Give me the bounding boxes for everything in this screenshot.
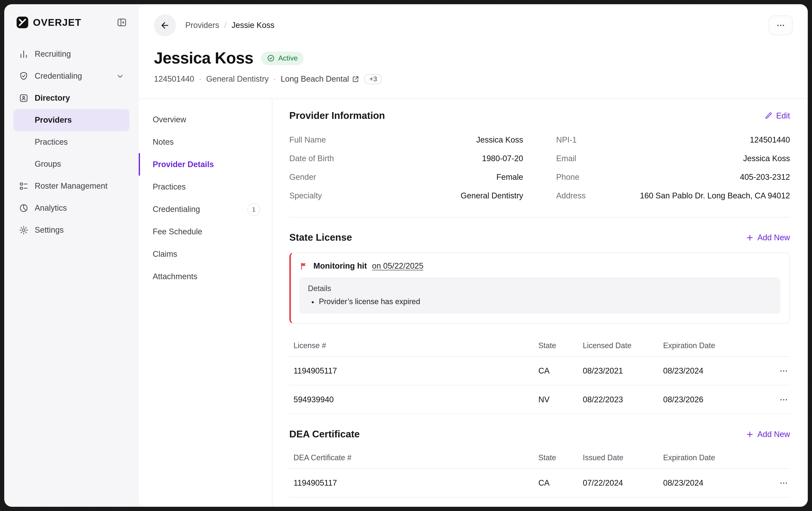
more-actions-button[interactable] — [769, 16, 792, 35]
details-item: Provider’s license has expired — [319, 297, 772, 306]
tab-credentialing[interactable]: Credentialing 1 — [139, 198, 272, 220]
alert-details-box: Details Provider’s license has expired — [299, 278, 780, 314]
sidebar-item-roster-management[interactable]: Roster Management — [13, 175, 129, 197]
column-header: State — [539, 341, 583, 350]
row-actions-button[interactable] — [765, 478, 790, 487]
sidebar-item-label: Providers — [35, 115, 72, 125]
row-actions-button[interactable] — [765, 366, 790, 375]
field-value: Jessica Koss — [743, 154, 790, 163]
field-value: 405-203-2312 — [740, 173, 790, 182]
sidebar-item-label: Settings — [35, 225, 64, 235]
alert-date-link[interactable]: on 05/22/2025 — [372, 261, 423, 271]
breadcrumb-separator: / — [224, 21, 227, 30]
sidebar-header: OVERJET — [13, 15, 129, 29]
field-label: Address — [556, 191, 585, 200]
fields-right-column: NPI-1 124501440 Email Jessica Koss Phone… — [556, 131, 790, 205]
field-value: 160 San Pablo Dr. Long Beach, CA 94012 — [640, 191, 790, 200]
tab-label: Claims — [153, 249, 177, 259]
breadcrumb-providers[interactable]: Providers — [185, 21, 219, 30]
license-number: 594939940 — [289, 395, 539, 404]
field-label: Gender — [289, 173, 316, 182]
edit-button[interactable]: Edit — [765, 111, 790, 120]
monitoring-alert: Monitoring hit on 05/22/2025 Details Pro… — [289, 253, 790, 323]
add-state-license-button[interactable]: Add New — [746, 233, 790, 242]
provider-header: Jessica Koss Active 124501440 · General … — [139, 45, 808, 98]
arrow-left-icon — [160, 20, 170, 30]
sidebar-item-label: Recruiting — [35, 50, 71, 59]
column-header: Issued Date — [583, 453, 663, 462]
sidebar: OVERJET Recruiting — [4, 4, 139, 507]
sidebar-item-practices[interactable]: Practices — [13, 131, 129, 153]
sidebar-item-providers[interactable]: Providers — [13, 109, 129, 131]
ellipsis-icon — [776, 21, 785, 30]
check-circle-icon — [267, 54, 275, 62]
detail-pane: Provider Information Edit — [272, 99, 808, 507]
ellipsis-icon — [779, 395, 788, 404]
page-title: Jessica Koss — [154, 49, 253, 67]
credentialing-count-badge: 1 — [248, 203, 260, 216]
sidebar-item-label: Credentialing — [35, 72, 110, 81]
field-full-name: Full Name Jessica Koss — [289, 131, 523, 149]
practice-link[interactable]: Long Beach Dental — [281, 75, 359, 84]
tab-provider-details[interactable]: Provider Details — [139, 153, 272, 175]
sidebar-item-credentialing[interactable]: Credentialing — [13, 65, 129, 87]
plus-icon — [746, 233, 754, 242]
gear-icon — [19, 225, 29, 235]
overjet-logo-icon — [16, 16, 29, 29]
chevron-down-icon — [116, 72, 124, 80]
sidebar-item-groups[interactable]: Groups — [13, 153, 129, 175]
sidebar-item-directory[interactable]: Directory — [13, 87, 129, 109]
field-address: Address 160 San Pablo Dr. Long Beach, CA… — [556, 187, 790, 205]
table-row: 1194905117 CA 08/23/2021 08/23/2024 — [289, 357, 790, 386]
tab-label: Practices — [153, 182, 186, 191]
sidebar-item-label: Practices — [35, 138, 68, 147]
dea-state: CA — [539, 478, 583, 487]
status-badge: Active — [261, 51, 304, 65]
column-header: Licensed Date — [583, 341, 663, 350]
add-new-label: Add New — [757, 233, 790, 242]
sidebar-item-label: Directory — [35, 93, 70, 103]
fields-left-column: Full Name Jessica Koss Date of Birth 198… — [289, 131, 523, 205]
add-new-label: Add New — [757, 430, 790, 439]
separator-dot: · — [273, 75, 276, 84]
sidebar-item-recruiting[interactable]: Recruiting — [13, 43, 129, 65]
section-title: Provider Information — [289, 110, 385, 121]
back-button[interactable] — [154, 15, 176, 36]
section-title: State License — [289, 232, 352, 243]
plus-icon — [746, 430, 754, 438]
dea-certificate-section: DEA Certificate Add New DEA Certificate … — [289, 428, 790, 498]
tab-overview[interactable]: Overview — [139, 108, 272, 131]
sidebar-item-settings[interactable]: Settings — [13, 219, 129, 241]
table-row: 1194905117 CA 07/22/2024 08/23/2024 — [289, 469, 790, 498]
tab-claims[interactable]: Claims — [139, 243, 272, 265]
add-dea-certificate-button[interactable]: Add New — [746, 430, 790, 439]
sidebar-item-label: Groups — [35, 160, 61, 169]
tab-label: Credentialing — [153, 204, 200, 214]
separator-dot: · — [199, 75, 202, 84]
breadcrumb-current: Jessie Koss — [232, 21, 274, 30]
field-label: NPI-1 — [556, 135, 577, 145]
content-area: Overview Notes Provider Details Practice… — [139, 99, 808, 507]
sidebar-item-analytics[interactable]: Analytics — [13, 197, 129, 219]
provider-fields: Full Name Jessica Koss Date of Birth 198… — [289, 131, 790, 205]
tab-practices[interactable]: Practices — [139, 175, 272, 198]
more-practices-badge[interactable]: +3 — [364, 74, 382, 84]
tab-notes[interactable]: Notes — [139, 131, 272, 153]
provider-npi: 124501440 — [154, 75, 194, 84]
table-header-row: DEA Certificate # State Issued Date Expi… — [289, 448, 790, 469]
tab-label: Notes — [153, 137, 174, 147]
section-title: DEA Certificate — [289, 428, 360, 440]
license-number: 1194905117 — [289, 366, 539, 375]
row-actions-button[interactable] — [765, 395, 790, 404]
field-email: Email Jessica Koss — [556, 149, 790, 168]
field-specialty: Specialty General Dentistry — [289, 187, 523, 205]
ellipsis-icon — [779, 366, 788, 375]
license-state: NV — [539, 395, 583, 404]
license-state: CA — [539, 366, 583, 375]
expiration-date: 08/23/2024 — [663, 478, 765, 487]
field-value: Female — [496, 173, 523, 182]
collapse-sidebar-button[interactable] — [117, 17, 127, 28]
tab-attachments[interactable]: Attachments — [139, 265, 272, 288]
tab-fee-schedule[interactable]: Fee Schedule — [139, 220, 272, 243]
edit-label: Edit — [776, 111, 790, 120]
